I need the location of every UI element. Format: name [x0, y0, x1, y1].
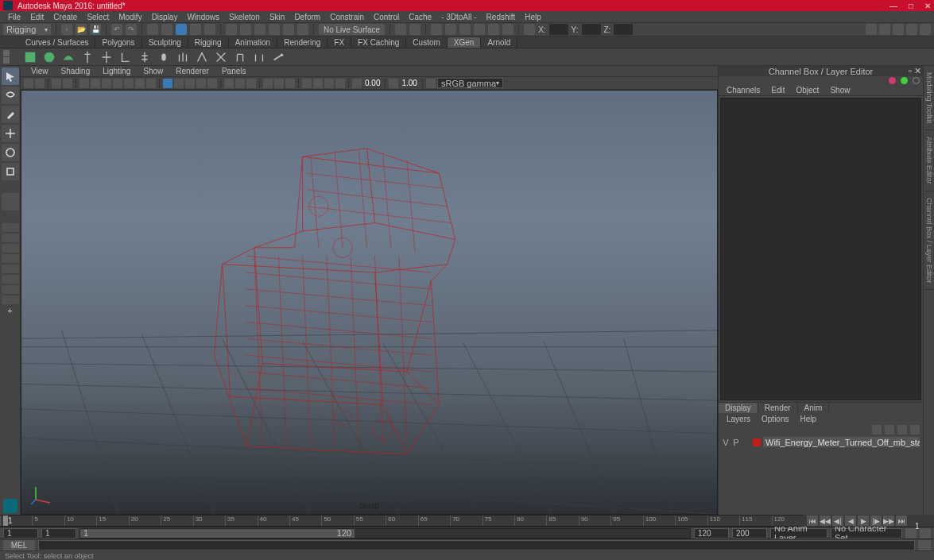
shelf-tool-7[interactable]: [137, 49, 153, 65]
menu-control[interactable]: Control: [370, 13, 402, 21]
snap-point-icon[interactable]: [254, 24, 265, 35]
open-scene-icon[interactable]: 📂: [76, 24, 87, 35]
move-tool-button[interactable]: [2, 125, 19, 142]
ao-icon[interactable]: [324, 79, 334, 88]
motion-blur-icon[interactable]: [313, 79, 323, 88]
layer-play-toggle[interactable]: P: [732, 438, 740, 447]
live-surface-button[interactable]: No Live Surface: [319, 24, 385, 35]
shadows-icon[interactable]: [207, 79, 217, 88]
range-end-outer-input[interactable]: 200: [732, 528, 767, 539]
save-scene-icon[interactable]: 💾: [90, 24, 101, 35]
layer-menu-layers[interactable]: Layers: [722, 415, 755, 423]
time-track[interactable]: 1510152025303540455055606570758085909510…: [0, 515, 804, 527]
gamma-loop-icon[interactable]: [389, 79, 398, 88]
menu-file[interactable]: File: [5, 13, 24, 21]
scale-tool-button[interactable]: [2, 163, 19, 180]
color-mgmt-icon[interactable]: [426, 79, 436, 88]
render-settings-icon[interactable]: [459, 24, 471, 35]
snap-plane-icon[interactable]: [269, 24, 280, 35]
shelf-tool-11[interactable]: [213, 49, 229, 65]
paint-tool-button[interactable]: [2, 106, 19, 123]
cb-channels[interactable]: Channels: [722, 86, 765, 95]
menu-3dtoall[interactable]: - 3DtoAll -: [438, 13, 479, 21]
textured-icon[interactable]: [185, 79, 195, 88]
viewport-persp[interactable]: persp: [21, 90, 718, 515]
select-mask-icon[interactable]: [204, 24, 215, 35]
layout-persp-button[interactable]: [2, 265, 19, 273]
panel-close-icon[interactable]: ✕: [914, 66, 921, 76]
gate-mask-icon[interactable]: [113, 79, 122, 88]
safe-action-icon[interactable]: [135, 79, 145, 88]
range-start-inner-input[interactable]: 1: [41, 528, 76, 539]
depth-icon[interactable]: [302, 79, 312, 88]
grid-toggle-icon[interactable]: [79, 79, 89, 88]
menu-deform[interactable]: Deform: [291, 13, 324, 21]
workspace-dropdown[interactable]: Rigging▾: [3, 24, 51, 35]
panel-menu-show[interactable]: Show: [139, 67, 167, 75]
twosided-light-icon[interactable]: [63, 79, 72, 88]
shelf-tab-sculpting[interactable]: Sculpting: [142, 37, 188, 48]
shelf-tab-polygons[interactable]: Polygons: [95, 37, 141, 48]
shelf-tab-rigging[interactable]: Rigging: [188, 37, 229, 48]
vtab-channel-box[interactable]: Channel Box / Layer Editor: [924, 191, 934, 291]
snap-live-icon[interactable]: [283, 24, 294, 35]
cb-object[interactable]: Object: [792, 86, 824, 95]
ipr-render-icon[interactable]: [445, 24, 456, 35]
layer-moveup-icon[interactable]: [872, 425, 882, 434]
panel-menu-renderer[interactable]: Renderer: [172, 67, 213, 75]
panel-menu-shading[interactable]: Shading: [57, 67, 95, 75]
layer-new-selected-icon[interactable]: [910, 425, 920, 434]
outliner-icon[interactable]: [879, 24, 890, 35]
menu-create[interactable]: Create: [50, 13, 80, 21]
xray-joints-icon[interactable]: [246, 79, 256, 88]
lasso-tool-button[interactable]: [2, 87, 19, 104]
layout-four-button[interactable]: [2, 234, 19, 242]
new-scene-icon[interactable]: ▫: [61, 24, 72, 35]
shelf-tab-fx[interactable]: FX: [327, 37, 351, 48]
layer-movedown-icon[interactable]: [885, 425, 894, 434]
range-handle[interactable]: 1 120: [80, 529, 355, 538]
layout-single-button[interactable]: [2, 223, 19, 232]
layer-new-empty-icon[interactable]: [897, 425, 907, 434]
panel-menu-panels[interactable]: Panels: [218, 67, 250, 75]
xyz-icon[interactable]: [524, 24, 535, 35]
anim-layer-dropdown[interactable]: No Anim Layer: [770, 528, 827, 539]
snap-curve-icon[interactable]: [240, 24, 251, 35]
safe-title-icon[interactable]: [146, 79, 156, 88]
layout-hyper-button[interactable]: [2, 275, 19, 284]
wireframe-icon[interactable]: [163, 79, 172, 88]
channel-mode-3-icon[interactable]: [913, 77, 920, 84]
shelf-tool-14[interactable]: [270, 49, 286, 65]
shelf-tool-4[interactable]: [79, 49, 95, 65]
close-button[interactable]: ✕: [924, 2, 931, 10]
minimize-button[interactable]: —: [889, 2, 897, 10]
menu-cache[interactable]: Cache: [405, 13, 435, 21]
layer-vis-toggle[interactable]: V: [722, 438, 730, 447]
rotate-tool-button[interactable]: [2, 144, 19, 161]
shelf-tool-6[interactable]: [118, 49, 134, 65]
script-editor-button[interactable]: [918, 540, 931, 550]
select-component-icon[interactable]: [190, 24, 201, 35]
play-back-button[interactable]: ◀: [845, 516, 856, 526]
shelf-menu-toggle[interactable]: [3, 50, 19, 64]
menu-windows[interactable]: Windows: [184, 13, 223, 21]
tool-settings-icon[interactable]: [920, 24, 931, 35]
step-back-frame-button[interactable]: ◀◀: [820, 516, 831, 526]
history-toggle-icon[interactable]: [395, 24, 406, 35]
panel-undock-icon[interactable]: ▫: [909, 66, 912, 76]
anim-prefs-button[interactable]: [920, 528, 931, 539]
res-gate-icon[interactable]: [102, 79, 111, 88]
menu-display[interactable]: Display: [149, 13, 181, 21]
menu-skin[interactable]: Skin: [266, 13, 288, 21]
undo-icon[interactable]: ↶: [111, 24, 122, 35]
play-fwd-button[interactable]: ▶: [858, 516, 869, 526]
panel-menu-view[interactable]: View: [27, 67, 52, 75]
coord-y-input[interactable]: [582, 24, 601, 35]
attribute-editor-icon[interactable]: [893, 24, 904, 35]
image-plane-icon[interactable]: [52, 79, 61, 88]
cb-edit[interactable]: Edit: [766, 86, 789, 95]
render-frame-icon[interactable]: [431, 24, 442, 35]
layer-tab-display[interactable]: Display: [719, 403, 758, 413]
maya-home-icon[interactable]: [3, 499, 17, 513]
layer-name[interactable]: Wifi_Energy_Meter_Turned_Off_mb_standart…: [763, 437, 920, 447]
